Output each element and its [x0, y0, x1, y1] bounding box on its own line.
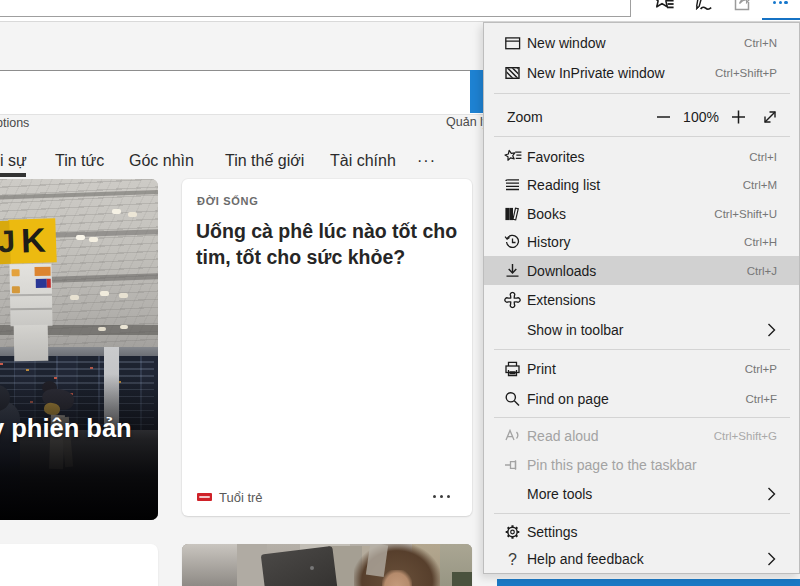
svg-text:?: ?	[508, 550, 517, 567]
